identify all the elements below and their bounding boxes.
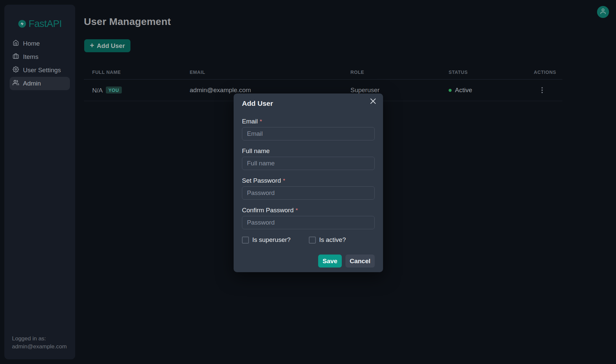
- is-active-checkbox-group[interactable]: Is active?: [309, 236, 346, 244]
- save-button[interactable]: Save: [318, 255, 341, 268]
- full-name-label: Full name: [242, 147, 375, 155]
- is-superuser-label: Is superuser?: [252, 236, 291, 244]
- full-name-input[interactable]: [242, 157, 375, 170]
- email-input[interactable]: [242, 127, 375, 140]
- modal-close-button[interactable]: [369, 98, 377, 105]
- is-active-label: Is active?: [319, 236, 346, 244]
- email-label: Email*: [242, 118, 375, 125]
- full-name-field-group: Full name: [242, 147, 375, 170]
- cancel-button[interactable]: Cancel: [345, 255, 375, 268]
- modal-title: Add User: [242, 99, 375, 107]
- is-superuser-checkbox[interactable]: [242, 237, 249, 244]
- app-window: FastAPI Home Items User Settings: [0, 0, 616, 364]
- required-asterisk: *: [296, 207, 298, 214]
- confirm-password-label: Confirm Password*: [242, 207, 375, 214]
- confirm-password-input[interactable]: [242, 216, 375, 229]
- checkbox-row: Is superuser? Is active?: [242, 236, 375, 244]
- email-field-group: Email*: [242, 118, 375, 140]
- modal-footer: Save Cancel: [242, 255, 375, 268]
- set-password-label: Set Password*: [242, 177, 375, 184]
- set-password-input[interactable]: [242, 186, 375, 200]
- set-password-field-group: Set Password*: [242, 177, 375, 200]
- required-asterisk: *: [260, 118, 262, 125]
- close-icon: [370, 98, 376, 105]
- add-user-form: Email* Full name Set Password* Confirm P…: [242, 118, 375, 268]
- add-user-modal: Add User Email* Full name Set Password* …: [234, 93, 383, 272]
- confirm-password-field-group: Confirm Password*: [242, 207, 375, 229]
- required-asterisk: *: [283, 178, 285, 184]
- is-active-checkbox[interactable]: [309, 237, 316, 244]
- is-superuser-checkbox-group[interactable]: Is superuser?: [242, 236, 309, 244]
